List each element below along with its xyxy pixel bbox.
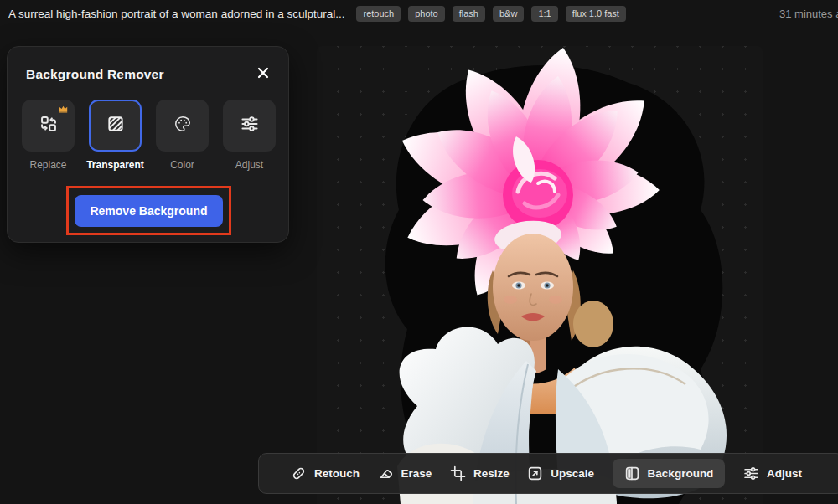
toolbar-item-label: Resize <box>473 467 510 480</box>
toolbar-item-label: Erase <box>401 467 432 480</box>
option-color: Color <box>156 100 209 171</box>
background-layer-icon <box>624 465 640 481</box>
toolbar-item-retouch[interactable]: Retouch <box>291 459 360 488</box>
portrait-image <box>317 46 763 504</box>
tag-bw[interactable]: b&w <box>493 6 524 22</box>
tag-list: retouch photo flash b&w 1:1 flux 1.0 fas… <box>356 6 625 22</box>
tag-retouch[interactable]: retouch <box>356 6 401 22</box>
prompt-text: A surreal high-fashion portrait of a wom… <box>8 8 344 20</box>
toolbar-item-label: Background <box>648 467 714 480</box>
edit-toolbar: Retouch Erase Resize Upscale <box>258 453 838 494</box>
adjust-tile[interactable] <box>223 100 276 152</box>
sliders-icon <box>743 465 759 481</box>
replace-tile[interactable] <box>22 100 75 152</box>
replace-label: Replace <box>29 159 66 171</box>
tag-aspect-ratio[interactable]: 1:1 <box>531 6 557 22</box>
toolbar-item-background[interactable]: Background <box>613 459 726 488</box>
toolbar-item-label: Adjust <box>767 467 802 480</box>
toolbar-item-label: Retouch <box>314 467 360 480</box>
canvas[interactable] <box>317 46 763 504</box>
crop-icon <box>450 465 466 481</box>
transparent-tile[interactable] <box>89 100 142 152</box>
replace-swap-icon <box>39 115 58 136</box>
tag-model[interactable]: flux 1.0 fast <box>566 6 626 22</box>
adjust-label: Adjust <box>235 159 263 171</box>
toolbar-item-upscale[interactable]: Upscale <box>527 459 594 488</box>
transparent-label: Transparent <box>86 159 144 171</box>
close-button[interactable] <box>255 64 272 84</box>
panel-title: Background Remover <box>26 67 164 82</box>
background-remover-panel: Background Remover <box>7 46 289 243</box>
timestamp: 31 minutes a <box>779 8 838 20</box>
upscale-arrow-icon <box>527 465 543 481</box>
sliders-icon <box>241 115 259 136</box>
option-transparent: Transparent <box>89 100 142 171</box>
toolbar-item-erase[interactable]: Erase <box>378 459 432 488</box>
remove-background-button[interactable]: Remove Background <box>75 195 223 227</box>
toolbar-item-label: Upscale <box>551 467 594 480</box>
premium-crown-icon <box>59 105 68 113</box>
option-replace: Replace <box>22 100 75 171</box>
tag-photo[interactable]: photo <box>408 6 445 22</box>
eraser-icon <box>378 465 394 481</box>
option-adjust: Adjust <box>223 100 276 171</box>
toolbar-item-adjust[interactable]: Adjust <box>743 459 802 488</box>
close-icon <box>256 66 270 82</box>
option-tiles: Replace Transparent <box>8 100 288 171</box>
toolbar-item-resize[interactable]: Resize <box>450 459 510 488</box>
color-label: Color <box>170 159 194 171</box>
palette-icon <box>173 115 192 136</box>
transparency-checker-icon <box>106 115 125 136</box>
tag-flash[interactable]: flash <box>453 6 485 22</box>
top-bar: A surreal high-fashion portrait of a wom… <box>0 0 838 27</box>
color-tile[interactable] <box>156 100 209 152</box>
bandage-icon <box>291 465 307 481</box>
